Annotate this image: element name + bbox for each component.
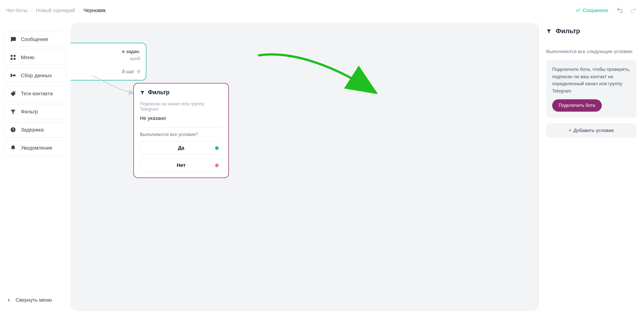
- add-condition-label: Добавить условие: [573, 128, 614, 133]
- canvas-wrap: е задан. арий й шаг Фильтр: [70, 21, 538, 311]
- sidebar-item-delay[interactable]: Задержка: [4, 122, 66, 137]
- connect-bot-button[interactable]: Подключить бота: [552, 99, 602, 112]
- annotation-arrow: [257, 48, 377, 98]
- trigger-line3-text: й шаг: [122, 69, 134, 74]
- left-sidebar: Сообщение Меню Сбор данных Теги контакта…: [0, 21, 70, 311]
- sidebar-item-label: Сбор данных: [21, 73, 52, 78]
- message-icon: [10, 36, 16, 42]
- filter-icon: [10, 108, 16, 115]
- sidebar-item-menu[interactable]: Меню: [4, 50, 66, 65]
- connector-port-icon[interactable]: [215, 146, 219, 150]
- redo-button[interactable]: [629, 6, 638, 15]
- breadcrumb: Чат-боты › Новый сценарий › Черновик: [6, 8, 106, 13]
- flow-canvas[interactable]: е задан. арий й шаг Фильтр: [70, 23, 538, 311]
- right-panel-header: Фильтр: [539, 21, 644, 42]
- right-panel-body: Выполняются все следующие условия: Подкл…: [539, 42, 644, 145]
- filter-condition-value: Не указано: [140, 115, 222, 121]
- right-panel: Фильтр Выполняются все следующие условия…: [538, 21, 644, 311]
- sidebar-item-tags[interactable]: Теги контакта: [4, 86, 66, 101]
- svg-rect-2: [11, 58, 13, 60]
- add-condition-button[interactable]: +Добавить условие: [546, 123, 636, 138]
- clock-icon: [10, 126, 16, 133]
- undo-redo-group: [615, 6, 638, 15]
- trigger-line2: арий: [72, 56, 140, 61]
- sidebar-item-label: Меню: [21, 55, 34, 60]
- svg-rect-1: [14, 55, 16, 57]
- branch-yes-label: Да: [178, 145, 184, 151]
- right-panel-title: Фильтр: [556, 27, 580, 35]
- chevron-right-icon: ›: [31, 8, 32, 13]
- filter-node[interactable]: Фильтр Подписан на канал или группу Tele…: [133, 83, 229, 178]
- check-icon: [576, 8, 581, 13]
- info-text: Подключите бота, чтобы проверять, подпис…: [552, 66, 630, 95]
- saved-label: Сохранено: [583, 8, 608, 13]
- divider: [140, 127, 222, 127]
- breadcrumb-root[interactable]: Чат-боты: [6, 8, 28, 13]
- trigger-line1: е задан.: [72, 49, 140, 54]
- undo-button[interactable]: [615, 6, 624, 15]
- sidebar-item-message[interactable]: Сообщение: [4, 32, 66, 47]
- filter-node-title-text: Фильтр: [148, 89, 170, 96]
- topbar-right: Сохранено: [576, 6, 638, 15]
- filter-question: Выполняются все условия?: [140, 132, 222, 137]
- bell-icon: [10, 145, 16, 151]
- filter-icon: [140, 90, 145, 95]
- plus-icon: +: [569, 128, 571, 133]
- branch-no[interactable]: Нет: [140, 159, 222, 172]
- undo-icon: [616, 7, 623, 14]
- filter-icon: [546, 28, 552, 34]
- sidebar-item-label: Сообщение: [21, 36, 48, 42]
- trigger-node[interactable]: е задан. арий й шаг: [70, 43, 146, 80]
- breadcrumb-mid[interactable]: Новый сценарий: [36, 8, 75, 13]
- sidebar-item-label: Задержка: [21, 127, 44, 133]
- collapse-sidebar-button[interactable]: Свернуть меню: [4, 293, 66, 307]
- connect-bot-info: Подключите бота, чтобы проверять, подпис…: [546, 60, 636, 118]
- svg-rect-5: [13, 75, 16, 76]
- svg-point-6: [14, 92, 15, 93]
- svg-rect-3: [14, 58, 16, 60]
- sidebar-item-label: Уведомление: [21, 145, 52, 151]
- chevron-left-icon: [7, 298, 11, 302]
- conditions-intro: Выполняются все следующие условия:: [546, 49, 636, 54]
- breadcrumb-current: Черновик: [83, 8, 105, 13]
- branch-no-label: Нет: [177, 162, 185, 168]
- trigger-next-step: й шаг: [72, 69, 140, 74]
- collapse-label: Свернуть меню: [16, 297, 52, 303]
- sidebar-item-notification[interactable]: Уведомление: [4, 140, 66, 155]
- grid-icon: [10, 54, 16, 61]
- filter-condition-label: Подписан на канал или группу Telegram: [140, 101, 222, 112]
- svg-rect-4: [11, 74, 12, 77]
- sidebar-item-data-collection[interactable]: Сбор данных: [4, 68, 66, 83]
- connector-port-icon[interactable]: [137, 70, 140, 73]
- chevron-right-icon: ›: [78, 8, 80, 13]
- saved-indicator: Сохранено: [576, 8, 608, 13]
- svg-rect-0: [11, 55, 13, 57]
- tag-icon: [10, 90, 16, 97]
- main: Сообщение Меню Сбор данных Теги контакта…: [0, 21, 644, 311]
- branch-yes[interactable]: Да: [140, 141, 222, 155]
- connector-port-icon[interactable]: [215, 164, 219, 167]
- redo-icon: [630, 7, 637, 14]
- sidebar-item-label: Фильтр: [21, 109, 38, 115]
- topbar: Чат-боты › Новый сценарий › Черновик Сох…: [0, 0, 644, 21]
- form-icon: [10, 72, 16, 79]
- sidebar-item-filter[interactable]: Фильтр: [4, 104, 66, 119]
- sidebar-item-label: Теги контакта: [21, 91, 53, 97]
- filter-node-title: Фильтр: [140, 89, 222, 96]
